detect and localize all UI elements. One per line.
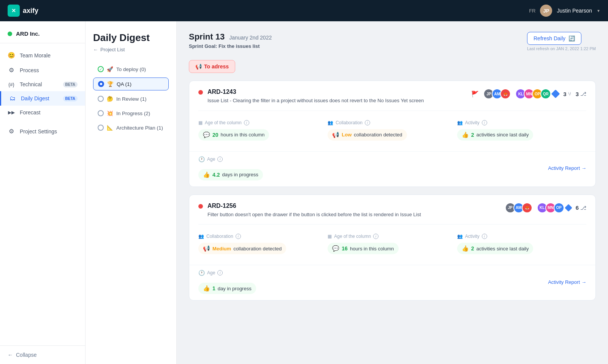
metric-value-collab-1256: 📢 Medium collaboration detected [198,243,286,254]
sprint-radio-in-review [98,96,104,102]
logo-icon: ✕ [8,5,20,17]
sprint-item-to-deploy[interactable]: 🚀 To deploy (0) [93,63,169,75]
age-value-1256: 👍 1 day in progress [198,283,256,294]
label-text-activity-1256: Activity [465,234,480,239]
org-name: ARD Inc. [16,30,40,37]
issue-meta-1243: 🚩 JP AM 🦊 KL MN OP QR [471,89,586,99]
sidebar-item-technical[interactable]: {#} Technical BETA [0,78,85,91]
age-label-1243: 🕐 Age i [198,156,263,162]
sprint-panel: Daily Digest ← Project List 🚀 To deploy … [86,21,177,364]
activity-icon-1243: 👥 [457,120,463,125]
issue-desc-1243: Issue List - Clearing the filter in a pr… [207,97,467,104]
diamond-icon-1243 [551,90,560,98]
metric-label-activity-1243: 👥 Activity i [457,120,580,125]
sprint-goal-label: Sprint Goal: [189,43,217,49]
info-icon-age-row-1256: i [217,270,223,275]
activity-report-label-1243: Activity Report [548,165,580,171]
info-icon-age-1243: i [244,120,249,125]
refresh-daily-button[interactable]: Refresh Daily 🔄 [527,32,581,45]
clock-icon-1243: 🕐 [198,156,205,162]
age-label-1256: 🕐 Age i [198,270,256,276]
activity-report-link-1243[interactable]: Activity Report → [548,165,586,171]
issue-id-1243: ARD-1243 [207,89,467,95]
metric-activity-1256: 👥 Activity i 👍 2 activities since last d… [457,231,586,257]
chat-icon-age-1243: 💬 [203,131,210,138]
stat-num-branch-1243: 3 [576,91,579,97]
team-morale-icon: 😊 [8,52,15,59]
age-item-1243: 🕐 Age i 👍 4.2 days in progress [198,156,263,180]
metric-activity-1243: 👥 Activity i 👍 2 activities since last d… [457,117,586,144]
refresh-icon: 🔄 [568,35,575,41]
process-icon: ⚙ [8,66,15,74]
sprint-item-architecture[interactable]: 📐 Architecture Plan (1) [93,122,169,134]
info-icon-age-row-1243: i [217,157,223,162]
topnav-right: FR JP Justin Pearson ▼ [529,5,600,17]
user-name: Justin Pearson [557,8,592,14]
stat-branch-1243: 3 ⎇ [576,91,586,97]
metric-collaboration-1256: 👥 Collaboration i 📢 Medium collaboration… [198,231,328,257]
avatar-1243-6: QR [540,89,551,99]
metric-age-column-1243: ▦ Age of the column i 💬 20 hours in this… [198,117,328,144]
in-review-label: In Review (1) [116,96,147,102]
forecast-label: Forecast [20,109,40,116]
activity-icon-1256: 👥 [457,234,463,239]
sprint-item-in-review[interactable]: 🤔 In Review (1) [93,93,169,105]
technical-label: Technical [20,81,42,87]
age-label-text-1243: Age [207,157,215,162]
diamond-icon-1256 [565,204,572,212]
sidebar-item-forecast[interactable]: ▶▶ Forecast [0,106,85,119]
megaphone-icon: 📢 [195,63,202,70]
to-deploy-icon: 🚀 [107,66,113,72]
sidebar-item-process[interactable]: ⚙ Process [0,63,85,78]
back-label: Project List [100,47,125,52]
qa-icon: 🏆 [107,81,114,87]
issue-header-1256: ARD-1256 Filter button doesn't open the … [189,195,595,225]
back-to-project-list[interactable]: ← Project List [93,47,169,52]
qa-label: QA (1) [117,81,131,87]
metric-age-column-1256: ▦ Age of the column i 💬 16 hours in this… [328,231,457,257]
sidebar-item-daily-digest[interactable]: 🗂 Daily Digest BETA [0,91,85,106]
sidebar-item-project-settings[interactable]: ⚙ Project Settings [0,124,85,139]
metric-collaboration-1243: 👥 Collaboration i 📢 Low collaboration de… [328,117,457,144]
sidebar-item-team-morale[interactable]: 😊 Team Morale [0,48,85,63]
architecture-label: Architecture Plan (1) [116,125,163,131]
activity-report-link-1256[interactable]: Activity Report → [548,279,586,285]
collab-text-1243: collaboration detected [354,132,402,138]
metrics-grid-1243: ▦ Age of the column i 💬 20 hours in this… [198,111,586,144]
forecast-icon: ▶▶ [8,110,15,115]
activity-report-arrow-1256: → [581,279,586,285]
user-avatar[interactable]: JP [540,5,552,17]
user-dropdown-arrow[interactable]: ▼ [597,9,600,13]
daily-digest-beta-badge: BETA [63,96,78,101]
language-label[interactable]: FR [529,8,535,14]
collapse-button[interactable]: ← Collapse [8,352,78,358]
age-label-text-1256: Age [207,270,215,275]
sprint-goal: Sprint Goal: Fix the issues list [189,43,272,49]
sprint-date: January 2nd 2022 [229,35,272,41]
in-progress-label: In Progress (2) [116,111,150,116]
sprint-radio-qa [98,81,104,87]
metric-text-age-1243: hours in this column [221,132,265,138]
sprint-item-qa[interactable]: 🏆 QA (1) [93,78,169,90]
architecture-icon: 📐 [107,125,113,131]
avatar-group-left-1243: JP AM 🦊 [483,89,511,99]
sprint-header: Sprint 13 January 2nd 2022 Sprint Goal: … [189,32,596,51]
issue-desc-1256: Filter button doesn't open the drawer if… [207,211,500,218]
metric-value-age-1243: 💬 20 hours in this column [198,129,269,141]
info-icon-collab-1243: i [365,120,370,125]
collab-icon-1256: 👥 [198,234,204,239]
sprint-item-in-progress[interactable]: 💥 In Progress (2) [93,107,169,119]
age-value-1243: 👍 4.2 days in progress [198,169,263,180]
in-review-icon: 🤔 [107,96,113,102]
megaphone-collab-icon-1256: 📢 [203,245,210,252]
branch-icon-1256: ⎇ [580,205,586,211]
issue-id-1256: ARD-1256 [207,203,500,209]
metric-num-age-1243: 20 [212,132,218,138]
sprint-name: Sprint 13 [189,32,225,42]
metric-num-activity-1243: 2 [471,132,474,138]
to-deploy-label: To deploy (0) [116,66,146,72]
issue-info-1243: ARD-1243 Issue List - Clearing the filte… [207,89,467,104]
project-settings-label: Project Settings [20,128,57,135]
label-text-activity-1243: Activity [465,120,480,125]
age-row-1243: 🕐 Age i 👍 4.2 days in progress Activity … [189,151,595,187]
